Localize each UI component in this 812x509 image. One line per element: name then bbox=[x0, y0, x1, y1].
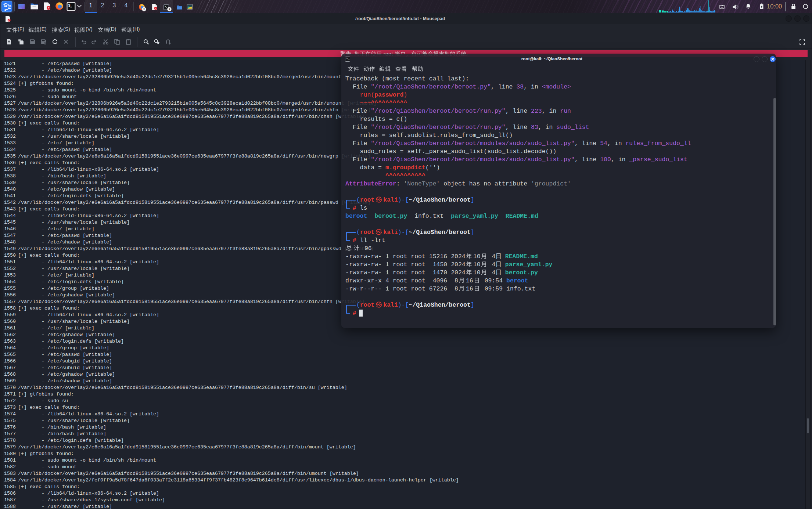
svg-text:$: $ bbox=[68, 4, 70, 8]
svg-text:3: 3 bbox=[169, 8, 170, 11]
svg-text:2: 2 bbox=[143, 8, 145, 11]
svg-text:>: > bbox=[164, 6, 166, 8]
